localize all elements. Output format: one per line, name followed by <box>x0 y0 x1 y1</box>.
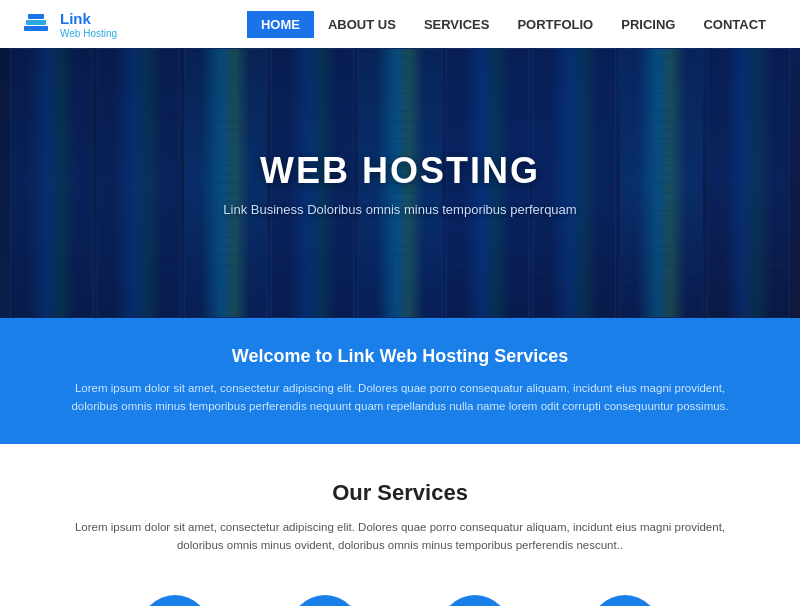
svg-rect-0 <box>24 26 48 31</box>
logo-sub: Web Hosting <box>60 28 117 39</box>
nav-services[interactable]: SERVICES <box>410 11 504 38</box>
trophy-icon <box>590 595 660 606</box>
service-item-cloud <box>140 595 210 606</box>
welcome-section: Welcome to Link Web Hosting Services Lor… <box>0 318 800 444</box>
logo-icon <box>20 8 52 40</box>
nav-home[interactable]: HOME <box>247 11 314 38</box>
svg-rect-2 <box>28 14 44 19</box>
nav-contact[interactable]: CONTACT <box>689 11 780 38</box>
main-nav: HOME ABOUT US SERVICES PORTFOLIO PRICING… <box>247 11 780 38</box>
nav-about[interactable]: ABOUT US <box>314 11 410 38</box>
table-layout-icon <box>440 595 510 606</box>
logo-area: Link Web Hosting <box>20 8 117 40</box>
services-title: Our Services <box>60 480 740 506</box>
hero-section: WEB HOSTING Link Business Doloribus omni… <box>0 48 800 318</box>
hero-title: WEB HOSTING <box>223 150 576 192</box>
header: Link Web Hosting HOME ABOUT US SERVICES … <box>0 0 800 48</box>
service-item-trophy <box>590 595 660 606</box>
logo-name: Link <box>60 10 91 27</box>
cloud-upload-icon <box>140 595 210 606</box>
service-item-tools <box>290 595 360 606</box>
hero-subtitle: Link Business Doloribus omnis minus temp… <box>223 202 576 217</box>
tools-icon <box>290 595 360 606</box>
welcome-text: Lorem ipsum dolor sit amet, consectetur … <box>60 379 740 416</box>
services-icons-row <box>60 585 740 606</box>
welcome-title: Welcome to Link Web Hosting Services <box>60 346 740 367</box>
svg-rect-1 <box>26 20 46 25</box>
logo-text: Link Web Hosting <box>60 10 117 39</box>
hero-content: WEB HOSTING Link Business Doloribus omni… <box>223 150 576 217</box>
service-item-layout <box>440 595 510 606</box>
services-section: Our Services Lorem ipsum dolor sit amet,… <box>0 444 800 606</box>
services-text: Lorem ipsum dolor sit amet, consectetur … <box>60 518 740 555</box>
nav-portfolio[interactable]: PORTFOLIO <box>503 11 607 38</box>
nav-pricing[interactable]: PRICING <box>607 11 689 38</box>
